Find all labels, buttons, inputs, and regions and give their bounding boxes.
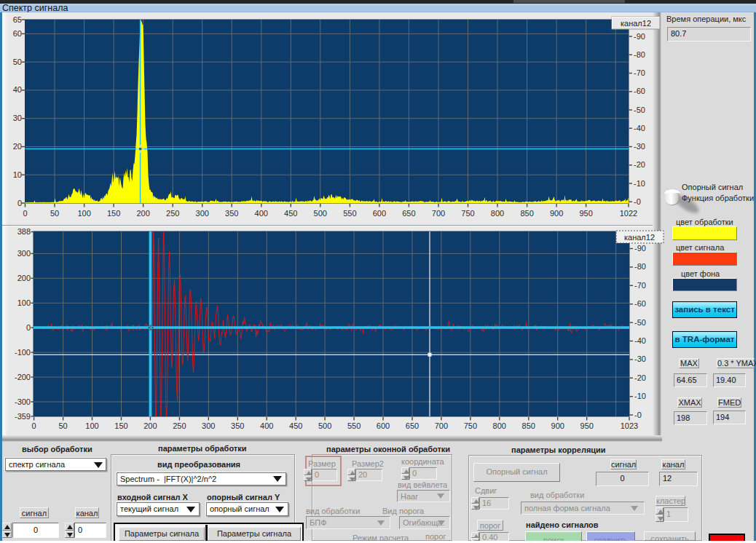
svg-text:100: 100 — [77, 209, 90, 218]
svg-text:950: 950 — [580, 421, 594, 430]
svg-text:0: 0 — [17, 199, 22, 207]
svg-text:150: 150 — [114, 421, 127, 430]
svg-text:750: 750 — [461, 209, 474, 218]
svg-text:900: 900 — [550, 209, 563, 218]
svg-text:-200: -200 — [15, 373, 31, 381]
svg-text:-359: -359 — [15, 412, 31, 421]
svg-text:-70: -70 — [634, 68, 645, 77]
svg-text:750: 750 — [464, 421, 477, 430]
svg-text:-20: -20 — [634, 160, 645, 169]
svg-text:-60: -60 — [634, 299, 646, 308]
svg-text:350: 350 — [225, 209, 238, 218]
svg-text:0: 0 — [32, 421, 36, 430]
svg-text:300: 300 — [196, 209, 209, 218]
svg-text:450: 450 — [289, 421, 302, 430]
svg-text:-100: -100 — [15, 348, 31, 357]
svg-text:100: 100 — [85, 421, 98, 430]
svg-text:550: 550 — [347, 421, 361, 430]
svg-text:-60: -60 — [634, 87, 645, 95]
svg-text:150: 150 — [107, 209, 120, 218]
svg-text:-50: -50 — [634, 318, 646, 327]
svg-text:-90: -90 — [634, 32, 645, 41]
svg-text:350: 350 — [231, 421, 244, 430]
svg-text:50: 50 — [13, 58, 22, 66]
svg-text:50: 50 — [50, 209, 59, 218]
svg-text:-20: -20 — [634, 373, 646, 382]
svg-text:400: 400 — [260, 421, 273, 430]
svg-text:250: 250 — [166, 209, 179, 218]
svg-text:-50: -50 — [634, 106, 645, 114]
svg-text:-30: -30 — [634, 354, 646, 363]
svg-text:700: 700 — [432, 209, 445, 218]
svg-text:0: 0 — [23, 209, 27, 218]
svg-text:-0: -0 — [634, 411, 642, 419]
svg-text:450: 450 — [284, 209, 297, 218]
svg-text:-300: -300 — [15, 397, 31, 406]
svg-text:-10: -10 — [634, 179, 645, 188]
svg-text:250: 250 — [173, 421, 186, 430]
svg-text:200: 200 — [136, 209, 149, 218]
svg-text:-40: -40 — [634, 124, 645, 132]
svg-text:-90: -90 — [634, 244, 646, 253]
svg-text:100: 100 — [17, 298, 31, 307]
svg-text:300: 300 — [17, 249, 31, 258]
svg-text:1022: 1022 — [620, 209, 637, 218]
svg-text:800: 800 — [493, 421, 506, 430]
svg-text:600: 600 — [373, 209, 386, 218]
svg-text:10: 10 — [13, 170, 22, 179]
svg-text:20: 20 — [13, 142, 22, 151]
svg-text:400: 400 — [255, 209, 268, 218]
svg-text:0: 0 — [26, 323, 31, 332]
svg-text:700: 700 — [435, 421, 448, 430]
svg-text:500: 500 — [314, 209, 327, 218]
svg-text:канал12: канал12 — [624, 233, 655, 242]
svg-text:850: 850 — [522, 421, 535, 430]
svg-text:388: 388 — [17, 227, 31, 236]
svg-text:850: 850 — [520, 209, 533, 218]
svg-text:650: 650 — [406, 421, 419, 430]
svg-text:500: 500 — [318, 421, 331, 430]
svg-text:950: 950 — [579, 209, 592, 218]
svg-text:50: 50 — [58, 421, 67, 430]
svg-text:30: 30 — [13, 114, 22, 122]
svg-text:600: 600 — [377, 421, 390, 430]
svg-text:-80: -80 — [634, 50, 645, 59]
svg-text:65: 65 — [13, 15, 22, 24]
svg-text:60: 60 — [13, 29, 22, 38]
svg-text:200: 200 — [17, 274, 31, 282]
svg-text:-10: -10 — [634, 392, 646, 400]
svg-text:-80: -80 — [634, 262, 646, 271]
svg-text:650: 650 — [402, 209, 415, 218]
svg-text:-0: -0 — [634, 197, 641, 206]
svg-text:-70: -70 — [634, 281, 646, 290]
svg-text:-30: -30 — [634, 142, 645, 151]
svg-text:-40: -40 — [634, 336, 646, 345]
svg-text:40: 40 — [13, 85, 22, 94]
svg-text:550: 550 — [343, 209, 356, 218]
svg-text:900: 900 — [551, 421, 564, 430]
svg-text:1023: 1023 — [621, 421, 638, 430]
svg-text:канал12: канал12 — [621, 19, 651, 28]
svg-text:300: 300 — [202, 421, 215, 430]
svg-text:200: 200 — [143, 421, 157, 430]
svg-text:800: 800 — [491, 209, 504, 218]
